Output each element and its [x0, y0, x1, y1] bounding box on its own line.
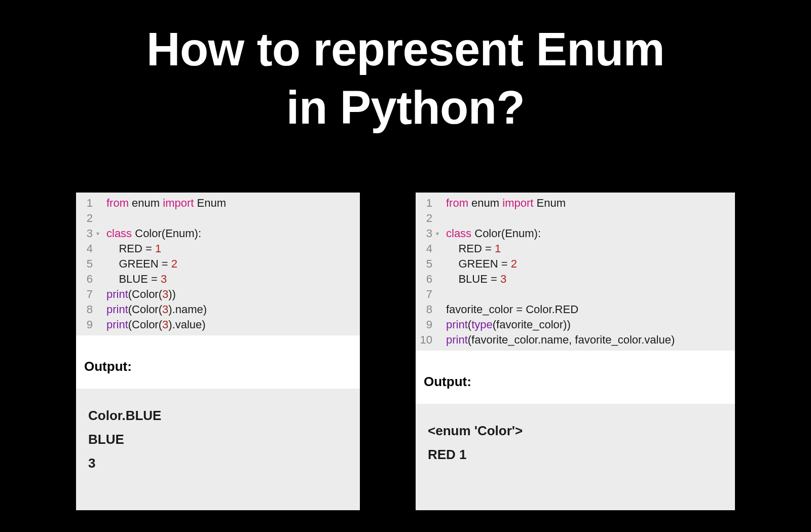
output-line: Color.BLUE	[88, 404, 350, 428]
line-number: 2	[78, 211, 99, 226]
fold-icon: ▾	[434, 226, 439, 241]
code-line: GREEN = 2	[106, 256, 355, 272]
line-number: 7	[78, 287, 99, 302]
right-code-block: 1 2 3▾ 4 5 6 7 8 9 10 from enum import E…	[416, 193, 735, 351]
right-output-body: <enum 'Color'> RED 1	[416, 404, 735, 510]
right-code: from enum import Enum class Color(Enum):…	[442, 193, 735, 351]
left-code-block: 1 2 3▾ 4 5 6 7 8 9 from enum import Enum…	[76, 193, 360, 335]
left-output-body: Color.BLUE BLUE 3	[76, 389, 360, 510]
code-line: RED = 1	[446, 241, 730, 256]
output-line: BLUE	[88, 428, 350, 451]
code-line: print(Color(3))	[106, 287, 355, 302]
left-code: from enum import Enum class Color(Enum):…	[102, 193, 360, 335]
line-number: 4	[418, 241, 439, 256]
line-number: 3▾	[78, 226, 99, 241]
code-line: print(Color(3).value)	[106, 317, 355, 332]
code-line: class Color(Enum):	[446, 226, 730, 241]
left-panel: 1 2 3▾ 4 5 6 7 8 9 from enum import Enum…	[76, 193, 360, 510]
line-number: 7	[418, 287, 439, 302]
output-line: 3	[88, 451, 350, 475]
right-panel: 1 2 3▾ 4 5 6 7 8 9 10 from enum import E…	[416, 193, 735, 510]
columns: 1 2 3▾ 4 5 6 7 8 9 from enum import Enum…	[0, 193, 811, 510]
fold-icon: ▾	[94, 226, 99, 241]
line-number: 5	[78, 256, 99, 272]
left-output-label: Output:	[76, 335, 360, 389]
code-line	[106, 211, 355, 226]
line-number: 4	[78, 241, 99, 256]
line-number: 9	[78, 317, 99, 332]
line-number: 5	[418, 256, 439, 272]
line-number: 2	[418, 211, 439, 226]
slide-title: How to represent Enum in Python?	[0, 0, 811, 137]
line-number: 9	[418, 317, 439, 332]
left-gutter: 1 2 3▾ 4 5 6 7 8 9	[76, 193, 102, 335]
code-line: print(Color(3).name)	[106, 302, 355, 317]
code-line: GREEN = 2	[446, 256, 730, 272]
right-gutter: 1 2 3▾ 4 5 6 7 8 9 10	[416, 193, 442, 351]
title-line-1: How to represent Enum	[146, 23, 665, 75]
code-line: BLUE = 3	[106, 272, 355, 287]
output-line: <enum 'Color'>	[428, 419, 725, 443]
line-number: 8	[78, 302, 99, 317]
code-line: print(type(favorite_color))	[446, 317, 730, 332]
output-line: RED 1	[428, 443, 725, 467]
code-line: favorite_color = Color.RED	[446, 302, 730, 317]
line-number: 6	[418, 272, 439, 287]
code-line	[446, 287, 730, 302]
code-line: from enum import Enum	[446, 196, 730, 211]
line-number: 3▾	[418, 226, 439, 241]
code-line: class Color(Enum):	[106, 226, 355, 241]
line-number: 10	[418, 332, 439, 348]
code-line: from enum import Enum	[106, 196, 355, 211]
line-number: 1	[418, 196, 439, 211]
code-line: RED = 1	[106, 241, 355, 256]
code-line: BLUE = 3	[446, 272, 730, 287]
code-line	[446, 211, 730, 226]
right-output-label: Output:	[416, 351, 735, 404]
code-line: print(favorite_color.name, favorite_colo…	[446, 332, 730, 348]
line-number: 8	[418, 302, 439, 317]
line-number: 1	[78, 196, 99, 211]
line-number: 6	[78, 272, 99, 287]
title-line-2: in Python?	[286, 82, 525, 133]
slide: How to represent Enum in Python? 1 2 3▾ …	[0, 0, 811, 532]
